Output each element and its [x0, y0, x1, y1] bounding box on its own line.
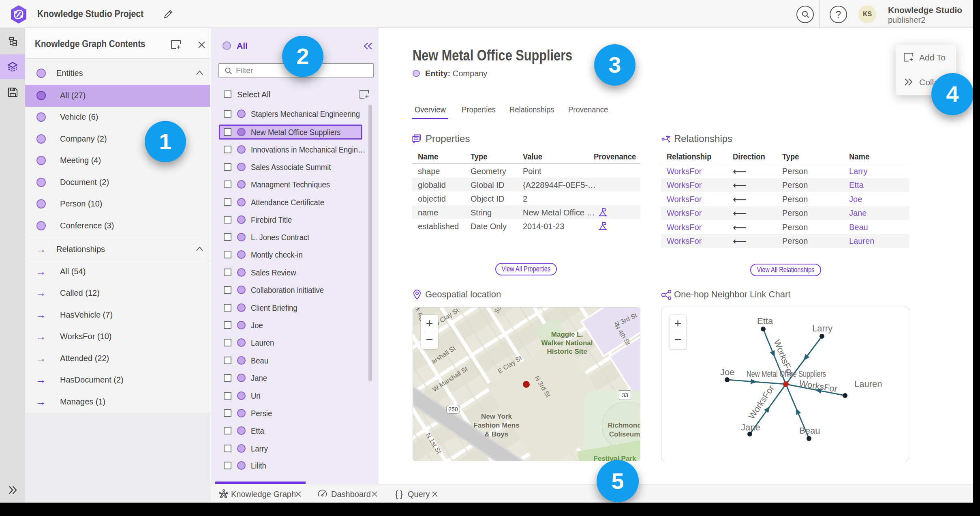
- svg-text:Lauren: Lauren: [854, 379, 882, 389]
- svg-text:Joe: Joe: [720, 367, 734, 377]
- svg-text:Etta: Etta: [757, 316, 773, 326]
- svg-text:WorksFor: WorksFor: [746, 383, 776, 421]
- svg-text:Larry: Larry: [812, 323, 832, 333]
- svg-text:Jane: Jane: [741, 422, 760, 432]
- svg-text:Beau: Beau: [799, 426, 820, 436]
